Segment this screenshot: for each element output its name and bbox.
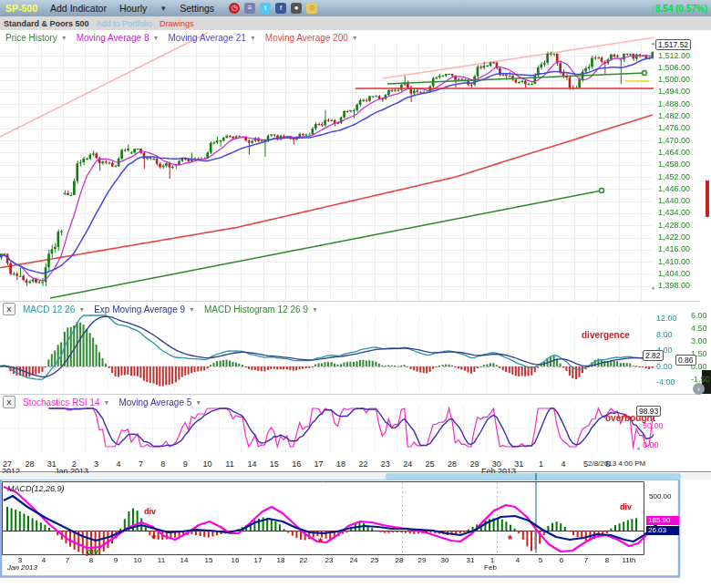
close-panel-button[interactable]: X (3, 396, 15, 408)
axis-divider (0, 471, 711, 472)
scroll-right-button[interactable]: › (693, 383, 705, 395)
price-tick-label: 1,446.00 (658, 185, 690, 193)
inset-date-label: 3 (18, 556, 22, 564)
chevron-down-icon[interactable]: ▼ (61, 35, 67, 41)
div-annotation: div (87, 547, 98, 556)
inset-date-label: 4 (516, 556, 520, 564)
toolbar-icons: ◷ ≡ t f ● ☺ (229, 3, 317, 14)
chevron-down-icon[interactable]: ▼ (312, 306, 318, 313)
div-annotation: div (620, 502, 632, 511)
facebook-icon[interactable]: f (275, 3, 286, 14)
chevron-down-icon[interactable]: ▼ (250, 35, 256, 41)
inset-date-label: 8 (605, 556, 609, 564)
settings-button[interactable]: Settings (180, 3, 214, 14)
avatar-icon[interactable]: ☺ (306, 3, 317, 14)
date-tick-label: 25 (426, 459, 435, 469)
symbol-info-bar: Standard & Poors 500 Add to Portfolio Dr… (0, 16, 711, 30)
date-tick-label: 28 (448, 459, 457, 469)
inset-date-label: 7 (66, 556, 69, 564)
inset-date-label: 15 (205, 556, 213, 564)
axis-collapse-icon[interactable]: ◄ (650, 41, 655, 46)
date-tick-label: 15 (270, 459, 279, 469)
legend-item-stochastics-rsi-14[interactable]: Stochastics RSI 14 (23, 397, 99, 407)
date-tick-label: 29 (469, 459, 479, 469)
add-to-portfolio-link[interactable]: Add to Portfolio (97, 19, 153, 28)
inset-date-label: 11th (623, 556, 636, 564)
last-bar-timestamp: 2/8/2013 4:00 PM (588, 459, 645, 468)
add-indicator-button[interactable]: Add Indicator (50, 3, 107, 14)
legend-item-moving-average-5[interactable]: Moving Average 5 (118, 397, 191, 407)
symbol-label[interactable]: SP-500 (5, 3, 37, 14)
price-tick-label: 1,482.00 (658, 112, 690, 120)
divergence-annotation: divergence (582, 330, 630, 340)
macd-legend: XMACD 12 26▼Exp Moving Average 9▼MACD Hi… (3, 303, 327, 315)
date-tick-label: 6 (605, 459, 610, 469)
legend-item-macd-12-26[interactable]: MACD 12 26 (23, 304, 75, 315)
inset-date-label: 28 (396, 556, 404, 564)
inset-date-label: 9 (114, 556, 118, 564)
date-tick-label: 1 (539, 459, 543, 469)
price-chart-canvas[interactable] (0, 30, 654, 301)
price-tick-label: 1,410.00 (658, 258, 690, 266)
drawings-link[interactable]: Drawings (160, 19, 194, 28)
chevron-down-icon[interactable]: ▼ (352, 35, 358, 41)
date-tick-label: 28 (25, 459, 34, 469)
chevron-down-icon[interactable]: ▼ (153, 35, 160, 41)
chevron-down-icon[interactable]: ▼ (78, 306, 85, 313)
axis-collapse-icon[interactable]: ◄ (650, 285, 655, 291)
chevron-down-icon[interactable]: ▼ (189, 306, 195, 313)
current-stoch-box: 98.93 (636, 406, 661, 417)
macd-left-tick: 0.00 (656, 363, 673, 371)
price-tick-label: 1,512.00 (658, 52, 690, 60)
close-panel-button[interactable]: X (3, 303, 15, 315)
legend-item-exp-moving-average-9[interactable]: Exp Moving Average 9 (94, 304, 185, 315)
price-change-badge: ↑8.54 (0.57%) (651, 4, 707, 14)
legend-item-moving-average-200[interactable]: Moving Average 200 (265, 33, 348, 43)
legend-item-moving-average-8[interactable]: Moving Average 8 (77, 33, 149, 43)
legend-item-macd-histogram-12-26-9[interactable]: MACD Histogram 12 26 9 (204, 304, 308, 315)
stochastics-chart-canvas[interactable] (0, 405, 654, 454)
price-tick-label: 1,428.00 (658, 222, 690, 230)
date-tick-label: 24 (403, 459, 412, 469)
top-toolbar: SP-500 Add Indicator Hourly ▼ Settings ◷… (0, 0, 711, 16)
divergence-star-marker: * (151, 534, 156, 543)
price-tick-label: 1,494.00 (658, 88, 690, 96)
chevron-down-icon[interactable]: ▼ (160, 5, 167, 13)
camera-icon[interactable]: ● (291, 3, 302, 14)
date-tick-label: 22 (358, 459, 367, 469)
stoch-tick: 0.00 (643, 441, 659, 449)
inset-date-label: 4 (42, 556, 46, 564)
inset-date-label: Jan 2013 (7, 563, 37, 572)
divergence-star-marker: * (508, 535, 512, 544)
chevron-down-icon[interactable]: ▼ (195, 399, 201, 406)
price-tick-label: 1,464.00 (658, 149, 690, 157)
library-icon[interactable]: ≡ (244, 3, 255, 14)
price-tick-label: 1,434.00 (658, 209, 690, 217)
date-tick-label: 4 (116, 459, 120, 469)
inset-date-label: 25 (371, 556, 379, 564)
crosshair-line (535, 473, 537, 480)
alarm-icon[interactable]: ◷ (229, 3, 240, 14)
date-tick-label: 3 (94, 459, 98, 469)
legend-item-moving-average-21[interactable]: Moving Average 21 (168, 33, 245, 43)
edge-artifact (706, 181, 709, 217)
macd-left-tick: -4.00 (656, 378, 675, 387)
chart-scrollbar-thumb[interactable] (386, 473, 681, 480)
inset-date-label: 18 (277, 556, 285, 564)
price-tick-label: 1,476.00 (658, 124, 690, 132)
daily-macd-inset-canvas[interactable] (0, 476, 711, 582)
inset-title: MACD(12,26,9) (7, 484, 65, 493)
inset-date-label: 7 (584, 556, 588, 564)
inset-macd-badge: 26.03 (646, 526, 679, 535)
axis-collapse-icon[interactable]: ◄ (635, 446, 641, 451)
inset-date-label: 14 (180, 556, 189, 564)
chevron-down-icon[interactable]: ▼ (103, 399, 109, 406)
inset-date-label: 22 (300, 556, 308, 564)
twitter-icon[interactable]: t (260, 3, 271, 14)
current-macd-box: 2.82 (643, 350, 664, 361)
date-tick-label: 4 (561, 459, 565, 469)
timeframe-dropdown[interactable]: Hourly (119, 3, 147, 14)
macd-chart-canvas[interactable] (0, 314, 654, 394)
legend-item-price-history[interactable]: Price History (5, 33, 57, 43)
date-tick-label: 5 (583, 459, 588, 469)
